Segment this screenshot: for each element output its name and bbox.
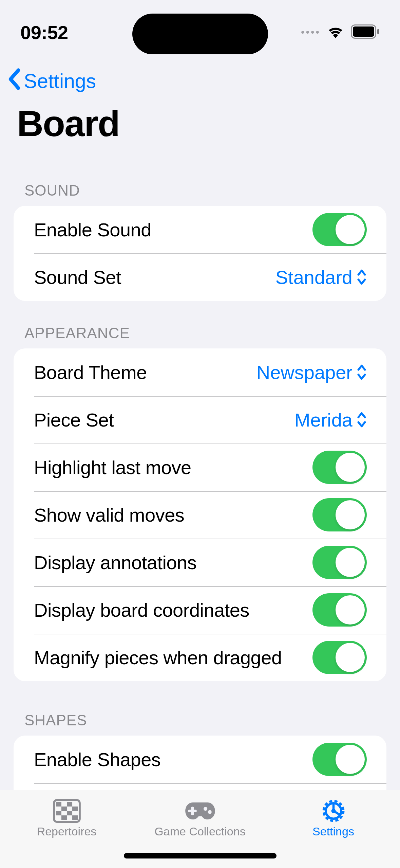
updown-icon (357, 412, 367, 428)
show-valid-moves-toggle[interactable] (312, 498, 367, 531)
row-shape-color[interactable]: Shape Color Green (14, 783, 386, 790)
gear-icon (320, 799, 347, 823)
battery-icon (350, 24, 380, 40)
page-title: Board (0, 97, 400, 158)
svg-rect-13 (188, 810, 196, 812)
row-piece-set[interactable]: Piece Set Merida (14, 396, 386, 444)
row-highlight-last-move: Highlight last move (14, 444, 386, 491)
sound-set-label: Sound Set (34, 266, 121, 288)
group-sound: Enable Sound Sound Set Standard (14, 206, 386, 301)
group-shapes: Enable Shapes Shape Color Green (14, 736, 386, 790)
display-annotations-toggle[interactable] (312, 546, 367, 579)
enable-sound-toggle[interactable] (312, 213, 367, 246)
chessboard-icon (53, 799, 81, 823)
group-appearance: Board Theme Newspaper Piece Set Merida H… (14, 348, 386, 681)
piece-set-value: Merida (294, 409, 367, 431)
section-header-sound: SOUND (0, 158, 400, 206)
enable-sound-label: Enable Sound (34, 219, 151, 241)
back-button[interactable]: Settings (0, 54, 400, 97)
enable-shapes-label: Enable Shapes (34, 748, 160, 771)
svg-rect-10 (61, 815, 66, 820)
board-theme-label: Board Theme (34, 361, 147, 383)
row-display-coordinates: Display board coordinates (14, 586, 386, 634)
highlight-last-move-label: Highlight last move (34, 456, 191, 478)
row-board-theme[interactable]: Board Theme Newspaper (14, 348, 386, 396)
row-display-annotations: Display annotations (14, 539, 386, 586)
wifi-icon (327, 25, 344, 40)
section-header-shapes: SHAPES (0, 681, 400, 736)
updown-icon (357, 269, 367, 285)
svg-rect-1 (353, 26, 374, 37)
home-indicator[interactable] (124, 853, 277, 858)
tab-settings-label: Settings (312, 825, 354, 838)
chevron-left-icon (7, 68, 21, 94)
tab-game-collections[interactable]: Game Collections (134, 799, 266, 838)
svg-rect-11 (72, 815, 78, 820)
updown-icon (357, 364, 367, 380)
tab-settings[interactable]: Settings (267, 799, 399, 838)
svg-point-14 (204, 807, 207, 811)
section-header-appearance: APPEARANCE (0, 301, 400, 348)
gamepad-icon (183, 799, 217, 823)
magnify-pieces-label: Magnify pieces when dragged (34, 647, 282, 669)
display-coordinates-label: Display board coordinates (34, 599, 249, 621)
svg-rect-2 (377, 29, 379, 34)
back-label: Settings (24, 70, 96, 93)
sound-set-value: Standard (275, 266, 367, 288)
tab-repertoires-label: Repertoires (37, 825, 97, 838)
tab-game-collections-label: Game Collections (154, 825, 245, 838)
status-right: •••• (301, 24, 380, 40)
row-sound-set[interactable]: Sound Set Standard (14, 253, 386, 301)
tab-repertoires[interactable]: Repertoires (1, 799, 133, 838)
svg-rect-8 (56, 811, 61, 815)
status-time: 09:52 (20, 21, 68, 43)
row-show-valid-moves: Show valid moves (14, 491, 386, 539)
enable-shapes-toggle[interactable] (312, 743, 367, 776)
show-valid-moves-label: Show valid moves (34, 504, 184, 526)
magnify-pieces-toggle[interactable] (312, 641, 367, 674)
svg-rect-5 (67, 802, 72, 807)
display-coordinates-toggle[interactable] (312, 593, 367, 627)
board-theme-value: Newspaper (256, 361, 367, 383)
cellular-dots-icon: •••• (301, 26, 321, 38)
row-magnify-pieces: Magnify pieces when dragged (14, 634, 386, 681)
svg-rect-9 (67, 811, 72, 815)
svg-rect-6 (61, 807, 66, 811)
svg-line-20 (334, 811, 339, 814)
status-bar: 09:52 •••• (0, 0, 400, 54)
svg-rect-7 (72, 807, 78, 811)
svg-rect-4 (56, 802, 61, 807)
dynamic-island (132, 14, 268, 54)
display-annotations-label: Display annotations (34, 551, 196, 574)
piece-set-label: Piece Set (34, 409, 114, 431)
row-enable-sound: Enable Sound (14, 206, 386, 253)
row-enable-shapes: Enable Shapes (14, 736, 386, 783)
svg-point-15 (208, 810, 211, 814)
highlight-last-move-toggle[interactable] (312, 451, 367, 484)
